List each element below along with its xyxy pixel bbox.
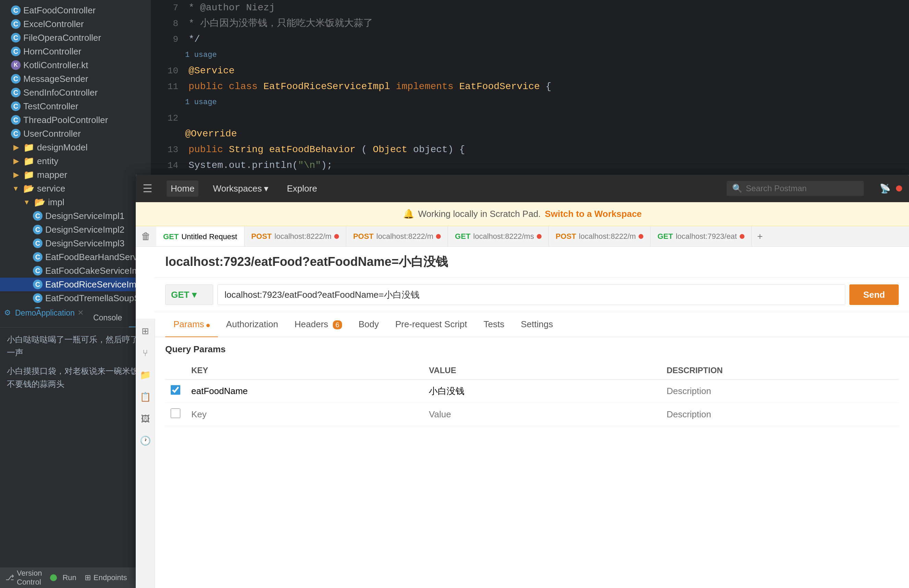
file-label: KotliController.kt [23,60,88,71]
tab-post-3[interactable]: POST localhost:8222/m [549,226,650,247]
sidebar-collection-icon[interactable]: 📁 [139,368,152,382]
param-value[interactable] [423,380,661,403]
authorization-tab[interactable]: Authorization [218,312,286,337]
body-tab[interactable]: Body [350,312,387,337]
file-tree-item-selected[interactable]: C EatFoodRiceServiceImpl [0,278,151,291]
query-params-section: Query Params KEY VALUE DESCRIPTION [155,337,909,588]
file-tree-item[interactable]: C ThreadPoolController [0,113,151,127]
file-tree-item[interactable]: C FileOperaController [0,31,151,45]
class-icon: C [33,252,42,262]
tab-post-1[interactable]: POST localhost:8222/m [244,226,346,247]
file-tree-item[interactable]: C DesignServiceImpl3 [0,236,151,250]
sidebar-fork-icon[interactable]: ⑂ [139,346,152,360]
new-param-value[interactable] [423,403,661,426]
file-tree-item[interactable]: C DesignServiceImpl2 [0,223,151,236]
url-input[interactable] [217,284,845,305]
table-row [165,380,899,403]
endpoints-item[interactable]: ⊞ Endpoints [85,573,127,582]
sidebar-home-icon[interactable]: ⊞ [139,324,152,338]
tab-method-get: GET [657,232,673,241]
file-label: FileOperaController [23,32,101,43]
pre-request-script-tab[interactable]: Pre-request Script [387,312,476,337]
file-tree-item[interactable]: C EatFoodBearHandServiceImpl [0,250,151,264]
new-key-input[interactable] [191,409,418,420]
tab-get-3[interactable]: GET localhost:7923/eat [650,226,752,247]
file-tree-item[interactable]: C EatFoodTremellaSoupServiceImpl [0,291,151,305]
trash-icon[interactable]: 🗑 [136,231,156,242]
folder-icon: ▶ [11,156,21,166]
file-tree-item[interactable]: ▶ 📁 mapper [0,168,151,182]
explore-nav-link[interactable]: Explore [283,181,321,197]
tab-untitled-request[interactable]: GET Untitled Request [156,226,244,247]
code-editor[interactable]: 7 * @author Niezj 8 * 小白因为没带钱，只能吃大米饭就大蒜了… [151,0,909,175]
console-output: 小白哒哒哒喝了一瓶可乐，然后哼了一声 小白摸摸口袋，对老板说来一碗米饭不要钱的蒜… [0,328,151,396]
request-url-bar: GET ▾ Send [155,278,909,312]
file-tree-item[interactable]: C SendInfoController [0,86,151,99]
settings-tab[interactable]: Settings [513,312,561,337]
new-description-input[interactable] [667,409,893,420]
param-checkbox[interactable] [171,385,180,395]
run-status-icon [50,574,57,581]
file-tree-item[interactable]: C EatFoodController [0,3,151,17]
file-tree-item[interactable]: C HornReceivePepServiceImpl [0,305,151,309]
file-label: entity [37,156,58,166]
version-control-item[interactable]: ⎇ Version Control [5,569,42,586]
new-param-checkbox[interactable] [171,409,180,418]
new-row-checkbox[interactable] [165,403,186,426]
file-tree-item[interactable]: C ExcelController [0,17,151,31]
file-tree-item[interactable]: K KotliController.kt [0,58,151,72]
satellite-icon[interactable]: 📡 [880,183,891,194]
file-tree-item[interactable]: C DesignServiceImpl1 [0,209,151,223]
file-label: EatFoodCakeServiceImpl [45,266,146,276]
new-param-description[interactable] [661,403,899,426]
description-col-header: DESCRIPTION [661,362,899,380]
tests-tab[interactable]: Tests [476,312,513,337]
hamburger-menu-icon[interactable]: ☰ [142,182,156,195]
param-value-input[interactable] [429,386,655,396]
search-input[interactable] [746,184,858,193]
class-icon: C [11,47,21,56]
file-label: service [37,183,65,194]
file-tree-item[interactable]: ▶ 📁 entity [0,154,151,168]
file-tree-item[interactable]: C MessageSender [0,72,151,86]
file-tree-item[interactable]: C UserController [0,127,151,141]
console-tab[interactable]: Console [86,309,129,327]
chevron-down-icon: ▾ [264,183,268,194]
new-param-key[interactable] [186,403,423,426]
send-button[interactable]: Send [849,284,899,305]
tab-modified-dot [740,234,744,239]
new-value-input[interactable] [429,409,655,420]
param-key[interactable] [186,380,423,403]
folder-icon: ▶ [11,142,21,152]
param-description[interactable] [661,380,899,403]
param-key-input[interactable] [191,386,418,396]
file-tree-item[interactable]: C HornController [0,45,151,58]
sidebar-history-icon[interactable]: 🖼 [139,412,152,426]
class-icon: C [11,5,21,15]
file-tree-item[interactable]: C TestController [0,99,151,113]
tab-method-post: POST [556,232,576,241]
tab-label: localhost:8222/ms [473,232,534,241]
tab-get-2[interactable]: GET localhost:8222/ms [448,226,549,247]
service-folder[interactable]: ▼ 📂 service [0,182,151,195]
new-tab-button[interactable]: + [752,231,768,242]
param-description-input[interactable] [667,386,893,396]
headers-tab[interactable]: Headers 6 [286,312,350,337]
tab-post-2[interactable]: POST localhost:8222/m [346,226,448,247]
switch-workspace-link[interactable]: Switch to a Workspace [545,209,642,219]
sidebar-clock-icon[interactable]: 🕐 [139,434,152,447]
sidebar-env-icon[interactable]: 📋 [139,390,152,404]
params-tab[interactable]: Params [165,312,218,337]
run-item[interactable]: Run [50,573,76,582]
impl-folder[interactable]: ▼ 📂 impl [0,195,151,209]
file-tree-item[interactable]: C EatFoodCakeServiceImpl [0,264,151,278]
postman-nav: ☰ Home Workspaces ▾ Explore 🔍 📡 [136,175,909,202]
method-selector[interactable]: GET ▾ [165,284,213,305]
warning-icon: 🔔 [403,209,414,219]
file-tree-item[interactable]: ▶ 📁 designModel [0,141,151,154]
home-nav-link[interactable]: Home [167,181,199,197]
search-box[interactable]: 🔍 [727,181,864,196]
version-control-label: Version Control [17,569,42,586]
row-checkbox-cell[interactable] [165,380,186,403]
workspaces-nav-link[interactable]: Workspaces ▾ [209,181,272,197]
